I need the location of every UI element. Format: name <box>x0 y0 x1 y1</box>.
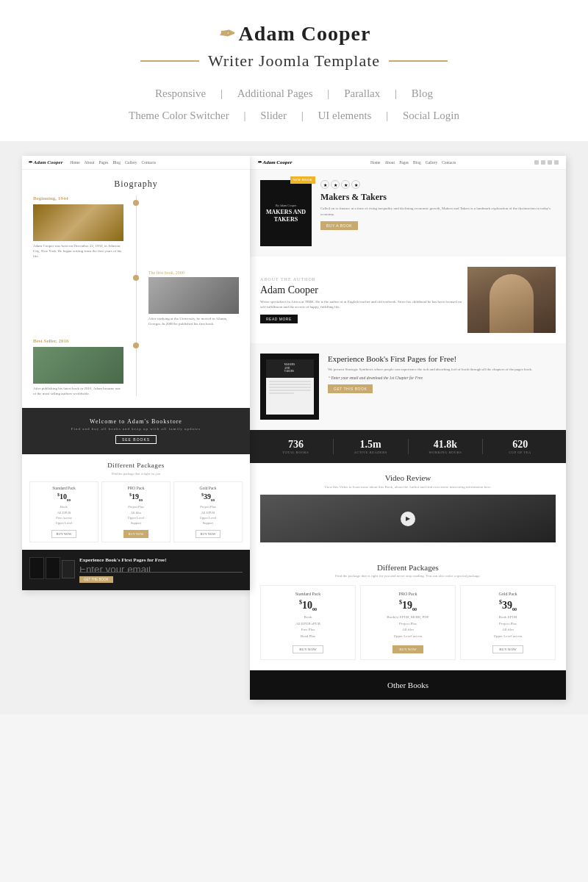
lp-pkg-standard-btn[interactable]: BUY NOW <box>51 530 76 538</box>
rp-hero: NEW BOOK By Adam Cooper MAKERS AND TAKER… <box>250 170 566 257</box>
rp-free-title: Experience Book's First Pages for Free! <box>328 354 556 364</box>
lp-pkg-standard-name: Standard Pack <box>34 486 94 490</box>
site-title: Adam Cooper <box>239 22 371 46</box>
lp-pkg-gold-name: Gold Pack <box>178 486 238 490</box>
features-line2: Theme Color Switcher | Slider | UI eleme… <box>15 104 573 126</box>
rp-author-text: About the Author Adam Cooper Writer spec… <box>260 277 467 323</box>
rp-stat-hours-label: WORKING HOURS <box>409 451 483 454</box>
timeline-right-2: The first book, 2000 After studying at t… <box>148 270 239 326</box>
rp-pkg-gold: Gold Pack $3900 Book EPUBProject PlusAll… <box>460 585 556 660</box>
rp-read-more-btn[interactable]: READ MORE <box>260 315 298 323</box>
tablet-line-3 <box>269 387 311 388</box>
feature-social-login: Social Login <box>403 110 459 121</box>
sep3: | <box>395 87 397 99</box>
feature-additional-pages: Additional Pages <box>237 87 313 99</box>
lp-bookstore-btn[interactable]: SEE BOOKS <box>115 435 157 444</box>
tablet-line-2 <box>269 384 311 385</box>
rp-nav-blog[interactable]: Blog <box>413 160 421 165</box>
timeline-entry-3: Best Seller, 2016 After publishing his l… <box>33 338 239 396</box>
rp-get-btn[interactable]: GET THIS BOOK <box>328 384 373 393</box>
rp-tablet-screen: MAKERSANDTAKERS <box>266 359 314 415</box>
features-line1: Responsive | Additional Pages | Parallax… <box>15 82 573 104</box>
rp-nav-about[interactable]: About <box>384 160 395 165</box>
sep1: | <box>220 87 223 99</box>
lp-nav-contacts[interactable]: Contacts <box>142 160 156 165</box>
rp-pkg-standard: Standard Pack $1000 BookAll EPUB ePUBFre… <box>260 585 356 660</box>
rp-hero-desc: Called on to finance at a time of rising… <box>320 206 556 217</box>
lp-nav-pages[interactable]: Pages <box>99 160 109 165</box>
lp-timeline: Beginning, 1944 Adam Cooper was born on … <box>22 196 250 396</box>
rp-social-icon-1[interactable] <box>534 160 539 165</box>
lp-pkg-pro-btn[interactable]: BUY NOW <box>123 530 148 538</box>
lp-bookstore: Welcome to Adam's Bookstore Find and buy… <box>22 408 250 454</box>
lp-pkg-gold-btn[interactable]: BUY NOW <box>196 530 220 538</box>
rp-stat-hours-num: 41.8k <box>409 439 483 451</box>
lp-pkg-row: Standard Pack $1000 BookAll EPUBFree Acc… <box>29 481 243 542</box>
rp-video-sub: View this Video to learn more about this… <box>260 485 556 489</box>
lp-packages-sub: Find the package that is right for you <box>29 472 243 476</box>
feature-parallax: Parallax <box>344 87 380 99</box>
lp-pkg-standard-price: $1000 <box>34 492 94 502</box>
rp-navbar: ✒ Adam Cooper Home About Pages Blog Gall… <box>250 156 566 170</box>
rp-stats-bar: 736 TOTAL BOOKS 1.5m ACTIVE READERS 41.8… <box>250 430 566 463</box>
rp-pkg-pro-btn[interactable]: BUY NOW <box>392 645 423 653</box>
rp-hero-text: ★ ★ ★ ★ Makers & Takers Called on to fin… <box>312 180 556 230</box>
rp-packages-sub: Find the package that is right for you a… <box>260 574 556 578</box>
rp-video-thumb[interactable]: ▶ <box>260 495 556 542</box>
left-panel: ✒ Adam Cooper Home About Pages Blog Gall… <box>22 156 250 590</box>
lp-pkg-standard-features: BookAll EPUBFree AccessUpper Level <box>34 504 94 526</box>
rp-buy-btn[interactable]: BUY A BOOK <box>320 221 358 230</box>
rp-packages-section: Different Packages Find the package that… <box>250 553 566 670</box>
star-4: ★ <box>351 180 360 189</box>
lp-nav-home[interactable]: Home <box>70 160 79 165</box>
rp-packages-title: Different Packages <box>260 563 556 572</box>
rp-logo: ✒ Adam Cooper <box>257 159 292 165</box>
timeline-dot-1 <box>133 200 139 206</box>
tl-year-1: Beginning, 1944 <box>33 196 123 201</box>
sep5: | <box>301 110 304 121</box>
rp-tablet-lines <box>266 378 314 398</box>
rp-video-title: Video Review <box>260 473 556 482</box>
timeline-left-3: Best Seller, 2016 After publishing his l… <box>33 338 123 396</box>
sep2: | <box>327 87 329 99</box>
rp-pkg-gold-btn[interactable]: BUY NOW <box>492 645 523 653</box>
feature-ui-elements: UI elements <box>318 110 372 121</box>
rp-free-text: Experience Book's First Pages for Free! … <box>319 354 556 393</box>
rp-pkg-row: Standard Pack $1000 BookAll EPUB ePUBFre… <box>260 585 556 660</box>
lp-cta: Experience Book's First Pages for Free! … <box>22 550 250 590</box>
lp-nav-about[interactable]: About <box>85 160 95 165</box>
tl-text-3: After publishing his latest book in 2016… <box>33 386 123 396</box>
rp-social-icon-2[interactable] <box>541 160 545 165</box>
lp-nav-blog[interactable]: Blog <box>112 160 121 165</box>
rp-pkg-gold-price: $3900 <box>467 599 549 612</box>
rp-social-icon-3[interactable] <box>548 160 552 165</box>
rp-stat-readers: 1.5m ACTIVE READERS <box>334 439 409 454</box>
lp-pkg-pro-name: PRO Pack <box>106 486 166 490</box>
lp-cta-email-input[interactable] <box>79 567 243 573</box>
left-navbar: ✒ Adam Cooper Home About Pages Blog Gall… <box>22 156 250 170</box>
header-subtitle: Writer Joomla Template <box>208 51 380 71</box>
play-button[interactable]: ▶ <box>401 512 415 526</box>
rp-social-icon-4[interactable] <box>554 160 559 165</box>
rp-nav-pages[interactable]: Pages <box>399 160 409 165</box>
sep4: | <box>243 110 245 121</box>
rp-nav-home[interactable]: Home <box>370 160 380 165</box>
rp-pkg-standard-name: Standard Pack <box>267 592 349 596</box>
lp-cta-btn[interactable]: GET THE BOOK <box>79 576 113 583</box>
rp-free-desc: We present Strategic Synthesis where peo… <box>328 367 556 373</box>
rp-stat-readers-num: 1.5m <box>334 439 408 451</box>
rp-pkg-pro-features: Book(s) EPUB, MOBI, PDFProject PlusAll f… <box>367 614 449 639</box>
rp-social-icons <box>534 160 559 165</box>
rp-stat-books-num: 736 <box>259 439 333 451</box>
lp-nav-gallery[interactable]: Gallery <box>125 160 137 165</box>
rp-pkg-standard-btn[interactable]: BUY NOW <box>293 645 323 653</box>
lp-nav: Home About Pages Blog Gallery Contacts <box>70 160 156 165</box>
lp-pkg-pro-features: Project PlusAll filesUpper LevelSupport <box>106 504 166 526</box>
lp-cta-title: Experience Book's First Pages for Free! <box>79 557 243 564</box>
feature-color-switcher: Theme Color Switcher <box>129 110 229 121</box>
rp-stat-hours: 41.8k WORKING HOURS <box>409 439 484 454</box>
header: ✒ Adam Cooper Writer Joomla Template Res… <box>0 0 588 141</box>
rp-nav-gallery[interactable]: Gallery <box>426 160 438 165</box>
lp-pkg-gold-price: $3900 <box>178 492 238 502</box>
rp-nav-contacts[interactable]: Contacts <box>442 160 456 165</box>
